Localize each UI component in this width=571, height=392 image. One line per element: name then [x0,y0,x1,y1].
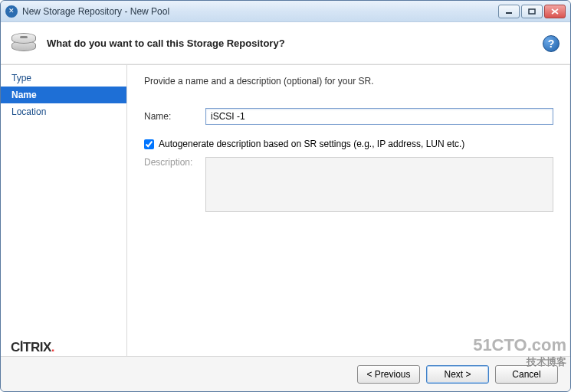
wizard-body: Type Name Location Provide a name and a … [1,65,570,356]
close-icon [551,8,559,15]
minimize-icon [505,8,513,15]
close-button[interactable] [544,5,566,18]
help-icon[interactable]: ? [543,35,560,52]
svg-rect-0 [506,12,512,14]
name-row: Name: [144,108,553,125]
step-type[interactable]: Type [1,70,126,87]
maximize-button[interactable] [521,5,543,18]
step-location[interactable]: Location [1,103,126,120]
app-icon [5,5,18,18]
intro-text: Provide a name and a description (option… [144,76,553,87]
previous-button[interactable]: < Previous [357,365,420,384]
wizard-steps-sidebar: Type Name Location [1,65,127,356]
wizard-content: Provide a name and a description (option… [127,65,570,356]
citrix-brand: CİTRIX. [11,340,54,355]
step-name[interactable]: Name [1,87,126,103]
minimize-button[interactable] [498,5,520,18]
window-controls [498,5,566,18]
wizard-header: What do you want to call this Storage Re… [1,22,570,65]
window-title: New Storage Repository - New Pool [22,6,169,17]
cancel-button[interactable]: Cancel [495,365,558,384]
maximize-icon [528,8,536,15]
titlebar: New Storage Repository - New Pool [1,1,570,22]
svg-rect-1 [529,9,535,14]
brand-dot-icon: . [51,340,54,354]
name-input[interactable] [205,108,553,125]
wizard-footer: < Previous Next > Cancel [1,356,570,391]
next-button[interactable]: Next > [426,365,489,384]
description-row: Description: [144,157,553,212]
description-label: Description: [144,157,205,168]
autogenerate-checkbox[interactable] [144,139,154,149]
dialog-window: New Storage Repository - New Pool What d… [0,0,571,392]
storage-repository-icon [11,33,36,54]
wizard-heading: What do you want to call this Storage Re… [47,38,285,49]
description-textarea [205,157,553,212]
brand-text: CİTRIX [11,340,51,354]
name-label: Name: [144,111,205,122]
autogenerate-label: Autogenerate description based on SR set… [159,139,464,149]
autogenerate-row: Autogenerate description based on SR set… [144,139,553,149]
